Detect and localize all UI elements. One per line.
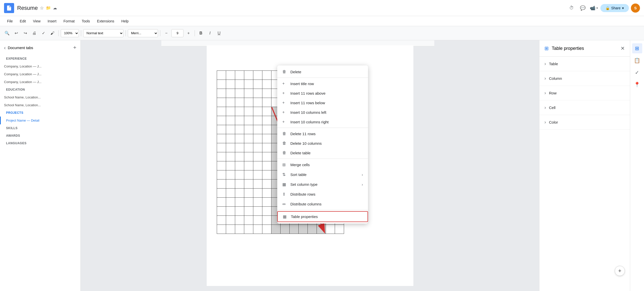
table-cell[interactable] — [244, 216, 253, 225]
table-cell[interactable] — [226, 89, 235, 98]
sidebar-item-school1[interactable]: School Name, Location... — [0, 93, 80, 101]
comments-icon[interactable]: 💬 — [578, 4, 587, 13]
ctx-insert-cols-right[interactable]: + Insert 10 columns right — [277, 117, 368, 127]
table-cell[interactable] — [226, 189, 235, 198]
ctx-delete[interactable]: 🗑 Delete — [277, 67, 368, 77]
table-cell[interactable] — [244, 189, 253, 198]
table-cell[interactable] — [235, 125, 244, 134]
table-cell[interactable] — [244, 98, 253, 107]
table-cell[interactable] — [235, 225, 244, 234]
table-cell[interactable] — [235, 152, 244, 161]
table-cell[interactable] — [271, 225, 280, 234]
table-cell[interactable] — [235, 198, 244, 207]
table-cell[interactable] — [262, 216, 271, 225]
table-cell[interactable] — [244, 170, 253, 179]
table-cell[interactable] — [262, 207, 271, 216]
table-cell[interactable] — [226, 143, 235, 152]
sidebar-item-project1[interactable]: Project Name — Detail — [0, 117, 80, 124]
table-cell[interactable] — [262, 71, 271, 80]
table-cell[interactable] — [226, 179, 235, 189]
table-cell[interactable] — [235, 116, 244, 125]
avatar[interactable]: S — [631, 4, 640, 13]
table-cell[interactable] — [253, 98, 262, 107]
table-cell[interactable] — [244, 161, 253, 170]
table-cell[interactable] — [226, 207, 235, 216]
table-cell[interactable] — [253, 198, 262, 207]
table-cell[interactable] — [217, 89, 226, 98]
table-cell[interactable] — [217, 161, 226, 170]
table-cell[interactable] — [235, 216, 244, 225]
table-cell[interactable] — [262, 116, 271, 125]
table-cell[interactable] — [217, 107, 226, 116]
bold-btn[interactable]: B — [197, 29, 205, 37]
doc-title[interactable]: Resume — [17, 5, 38, 11]
ctx-insert-rows-above[interactable]: + Insert 11 rows above — [277, 88, 368, 98]
ctx-delete-cols[interactable]: 🗑 Delete 10 columns — [277, 138, 368, 148]
table-cell[interactable] — [253, 225, 262, 234]
table-cell[interactable] — [217, 152, 226, 161]
italic-btn[interactable]: I — [206, 29, 214, 37]
table-cell[interactable] — [235, 170, 244, 179]
table-cell[interactable] — [262, 89, 271, 98]
ctx-sort-table[interactable]: ⇅ Sort table › — [277, 170, 368, 179]
table-cell[interactable] — [226, 161, 235, 170]
close-panel-button[interactable]: ✕ — [621, 45, 625, 51]
table-cell[interactable] — [235, 179, 244, 189]
print-btn[interactable]: 🖨 — [30, 29, 38, 37]
table-cell[interactable] — [226, 134, 235, 143]
table-cell[interactable] — [262, 134, 271, 143]
table-cell[interactable] — [217, 216, 226, 225]
table-cell[interactable] — [262, 143, 271, 152]
table-cell[interactable] — [262, 98, 271, 107]
table-cell[interactable] — [217, 179, 226, 189]
menu-extensions[interactable]: Extensions — [94, 18, 117, 24]
table-cell[interactable] — [253, 170, 262, 179]
ctx-merge-cells[interactable]: ⊞ Merge cells — [277, 160, 368, 170]
table-cell[interactable] — [235, 189, 244, 198]
table-cell[interactable] — [235, 89, 244, 98]
table-cell[interactable] — [235, 107, 244, 116]
table-cell[interactable] — [253, 179, 262, 189]
table-cell[interactable] — [217, 207, 226, 216]
table-cell[interactable] — [235, 80, 244, 89]
underline-btn[interactable]: U — [215, 29, 223, 37]
table-cell[interactable] — [244, 198, 253, 207]
menu-tools[interactable]: Tools — [79, 18, 93, 24]
table-cell[interactable] — [244, 71, 253, 80]
table-cell[interactable] — [289, 225, 298, 234]
table-cell[interactable] — [226, 198, 235, 207]
table-cell[interactable] — [235, 143, 244, 152]
table-cell[interactable] — [253, 89, 262, 98]
table-cell[interactable] — [244, 125, 253, 134]
table-cell[interactable] — [226, 71, 235, 80]
table-cell[interactable] — [226, 152, 235, 161]
table-cell[interactable] — [326, 225, 335, 234]
table-cell[interactable] — [244, 207, 253, 216]
table-cell[interactable] — [244, 152, 253, 161]
redo-btn[interactable]: ↪ — [21, 29, 29, 37]
undo-btn[interactable]: ↩ — [12, 29, 20, 37]
table-cell[interactable] — [244, 143, 253, 152]
table-cell[interactable] — [217, 143, 226, 152]
table-cell[interactable] — [253, 161, 262, 170]
ctx-insert-title-row[interactable]: + Insert title row — [277, 79, 368, 88]
table-cell[interactable] — [217, 116, 226, 125]
table-cell[interactable] — [262, 125, 271, 134]
table-cell[interactable] — [262, 189, 271, 198]
font-size-input[interactable] — [171, 29, 183, 37]
table-cell[interactable] — [253, 80, 262, 89]
table-cell[interactable] — [298, 225, 308, 234]
folder-icon[interactable]: 📁 — [46, 6, 51, 10]
increase-font-btn[interactable]: + — [185, 29, 193, 37]
ctx-distribute-cols[interactable]: ⇔ Distribute columns — [277, 199, 368, 209]
table-cell[interactable] — [262, 179, 271, 189]
table-cell[interactable] — [235, 71, 244, 80]
table-cell[interactable] — [335, 225, 344, 234]
table-cell[interactable] — [244, 89, 253, 98]
table-cell[interactable] — [253, 125, 262, 134]
table-cell[interactable] — [217, 71, 226, 80]
table-cell[interactable] — [226, 125, 235, 134]
table-cell[interactable] — [253, 71, 262, 80]
table-cell[interactable] — [253, 216, 262, 225]
table-cell[interactable] — [244, 107, 253, 116]
